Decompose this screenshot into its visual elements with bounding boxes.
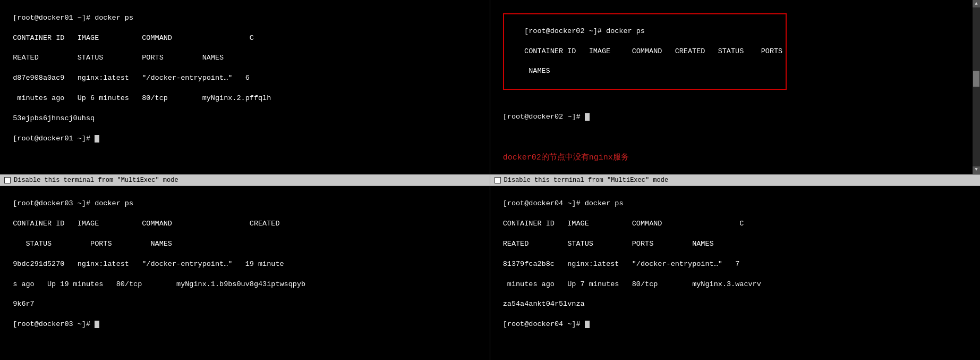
disable-checkbox-left[interactable] xyxy=(4,177,11,183)
terminal-line: 9bdc291d5270 nginx:latest "/docker-entry… xyxy=(13,260,284,268)
terminal-line: CONTAINER ID IMAGE COMMAND CREATED xyxy=(13,220,279,228)
terminal-line: CONTAINER ID IMAGE COMMAND C xyxy=(13,34,254,42)
terminal-line: STATUS PORTS NAMES xyxy=(13,240,172,248)
disable-label-left: Disable this terminal from "MultiExec" m… xyxy=(14,177,178,184)
terminal-line: d87e908a0ac9 nginx:latest "/docker-entry… xyxy=(13,74,250,82)
terminal-prompt: [root@docker01 ~]# xyxy=(13,135,95,143)
terminal-line: minutes ago Up 6 minutes 80/tcp myNginx.… xyxy=(13,94,271,102)
scroll-track xyxy=(973,7,980,166)
terminal-prompt: [root@docker03 ~]# xyxy=(13,320,95,328)
terminal-line: CONTAINER ID IMAGE COMMAND C xyxy=(503,220,744,228)
cursor xyxy=(585,113,590,121)
scroll-thumb[interactable] xyxy=(973,71,979,87)
terminal-line: minutes ago Up 7 minutes 80/tcp myNginx.… xyxy=(503,280,761,288)
terminal-line: 53ejpbs6jhnscj0uhsq xyxy=(13,114,95,122)
terminal-line: REATED STATUS PORTS NAMES xyxy=(13,54,224,62)
terminal-line: [root@docker02 ~]# docker ps xyxy=(524,27,645,35)
terminal-line: [root@docker03 ~]# docker ps xyxy=(13,199,133,207)
terminal-prompt: [root@docker04 ~]# xyxy=(503,320,585,328)
terminal-line: s ago Up 19 minutes 80/tcp myNginx.1.b9b… xyxy=(13,280,305,288)
scroll-up-button[interactable]: ▲ xyxy=(973,0,980,7)
disable-label-right: Disable this terminal from "MultiExec" m… xyxy=(504,177,669,184)
red-highlight-box: [root@docker02 ~]# docker ps CONTAINER I… xyxy=(503,13,787,90)
terminal-line: [root@docker04 ~]# docker ps xyxy=(503,199,624,207)
terminal-line: 9k6r7 xyxy=(13,300,35,308)
cursor xyxy=(95,321,99,328)
terminal-line: REATED STATUS PORTS NAMES xyxy=(503,240,714,248)
terminal-top-right[interactable]: [root@docker02 ~]# docker ps CONTAINER I… xyxy=(490,0,981,174)
terminal-bottom-left[interactable]: [root@docker03 ~]# docker ps CONTAINER I… xyxy=(0,186,490,361)
scroll-down-button[interactable]: ▼ xyxy=(973,166,980,174)
terminal-line: CONTAINER ID IMAGE COMMAND CREATED STATU… xyxy=(524,47,782,55)
cursor xyxy=(95,135,99,143)
disable-bar-right[interactable]: Disable this terminal from "MultiExec" m… xyxy=(490,174,981,186)
terminal-line: 81379fca2b8c nginx:latest "/docker-entry… xyxy=(503,260,740,268)
disable-bar-left[interactable]: Disable this terminal from "MultiExec" m… xyxy=(0,174,490,186)
terminal-prompt: [root@docker02 ~]# xyxy=(503,113,585,121)
annotation-text: docker02的节点中没有nginx服务 xyxy=(503,153,629,162)
terminal-line: za54a4ankt04r5lvnza xyxy=(503,300,585,308)
terminal-bottom-right[interactable]: [root@docker04 ~]# docker ps CONTAINER I… xyxy=(490,186,981,361)
terminal-line: NAMES xyxy=(524,67,550,75)
cursor xyxy=(585,321,590,328)
terminal-top-left-content: [root@docker01 ~]# docker ps xyxy=(13,14,133,22)
disable-checkbox-right[interactable] xyxy=(495,177,501,183)
terminal-top-left[interactable]: [root@docker01 ~]# docker ps CONTAINER I… xyxy=(0,0,490,174)
